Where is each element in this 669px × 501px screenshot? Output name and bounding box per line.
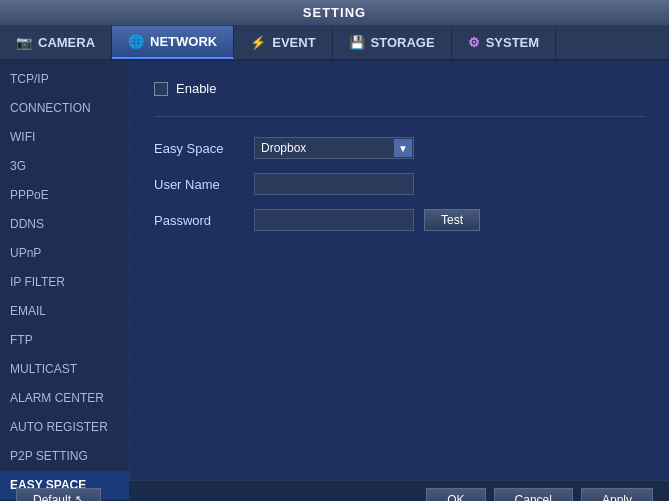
password-row: Password Test [154,209,645,231]
easy-space-select[interactable]: Dropbox Google Drive OneDrive [254,137,414,159]
cancel-button[interactable]: Cancel [494,488,573,502]
sidebar-item-connection[interactable]: CONNECTION [0,94,129,123]
tab-bar: 📷 CAMERA 🌐 NETWORK ⚡ EVENT 💾 STORAGE ⚙ S… [0,26,669,61]
cursor-icon: ↖ [75,493,84,501]
ok-button[interactable]: OK [426,488,485,502]
sidebar-item-ddns[interactable]: DDNS [0,210,129,239]
default-button[interactable]: Default ↖ [16,488,101,502]
title-text: SETTING [303,5,366,20]
tab-network[interactable]: 🌐 NETWORK [112,26,234,59]
sidebar-item-pppoe[interactable]: PPPoE [0,181,129,210]
sidebar-item-p2p[interactable]: P2P SETTING [0,442,129,471]
system-icon: ⚙ [468,35,480,50]
enable-checkbox[interactable] [154,82,168,96]
action-buttons: OK Cancel Apply [426,488,653,502]
easy-space-row: Easy Space Dropbox Google Drive OneDrive… [154,137,645,159]
content-panel: Enable Easy Space Dropbox Google Drive O… [130,61,669,480]
event-icon: ⚡ [250,35,266,50]
main-layout: TCP/IP CONNECTION WIFI 3G PPPoE DDNS UPn… [0,61,669,480]
tab-event-label: EVENT [272,35,315,50]
tab-network-label: NETWORK [150,34,217,49]
sidebar: TCP/IP CONNECTION WIFI 3G PPPoE DDNS UPn… [0,61,130,480]
password-input[interactable] [254,209,414,231]
username-input[interactable] [254,173,414,195]
sidebar-item-tcpip[interactable]: TCP/IP [0,65,129,94]
sidebar-item-ipfilter[interactable]: IP FILTER [0,268,129,297]
network-icon: 🌐 [128,34,144,49]
tab-camera[interactable]: 📷 CAMERA [0,26,112,59]
enable-label: Enable [176,81,216,96]
title-bar: SETTING [0,0,669,26]
sidebar-item-upnp[interactable]: UPnP [0,239,129,268]
apply-button[interactable]: Apply [581,488,653,502]
tab-event[interactable]: ⚡ EVENT [234,26,332,59]
sidebar-item-multicast[interactable]: MULTICAST [0,355,129,384]
username-label: User Name [154,177,244,192]
sidebar-item-autoregister[interactable]: AUTO REGISTER [0,413,129,442]
username-row: User Name [154,173,645,195]
tab-camera-label: CAMERA [38,35,95,50]
enable-row: Enable [154,81,645,96]
tab-system[interactable]: ⚙ SYSTEM [452,26,556,59]
sidebar-item-wifi[interactable]: WIFI [0,123,129,152]
camera-icon: 📷 [16,35,32,50]
easy-space-dropdown-wrapper: Dropbox Google Drive OneDrive ▼ [254,137,414,159]
tab-storage[interactable]: 💾 STORAGE [333,26,452,59]
sidebar-item-3g[interactable]: 3G [0,152,129,181]
easy-space-label: Easy Space [154,141,244,156]
divider [154,116,645,117]
sidebar-item-ftp[interactable]: FTP [0,326,129,355]
password-label: Password [154,213,244,228]
storage-icon: 💾 [349,35,365,50]
test-button[interactable]: Test [424,209,480,231]
sidebar-item-alarmcenter[interactable]: ALARM CENTER [0,384,129,413]
tab-system-label: SYSTEM [486,35,539,50]
tab-storage-label: STORAGE [371,35,435,50]
sidebar-item-email[interactable]: EMAIL [0,297,129,326]
